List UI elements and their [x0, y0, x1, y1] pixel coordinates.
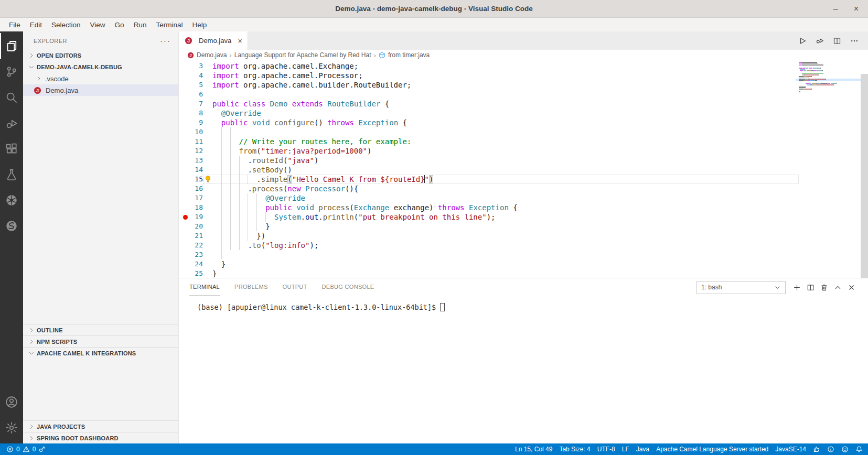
- lightbulb-icon[interactable]: [204, 175, 212, 183]
- glyph-margin[interactable]: [179, 137, 191, 146]
- glyph-margin[interactable]: [179, 203, 191, 212]
- thumbsup-icon[interactable]: [813, 446, 820, 453]
- glyph-margin[interactable]: [179, 165, 191, 175]
- code-line-8[interactable]: 8 @Override: [179, 109, 868, 118]
- minimize-button[interactable]: –: [833, 4, 838, 14]
- code-line-19[interactable]: 19 System.out.println("put breakpoint on…: [179, 212, 868, 222]
- java-projects-section[interactable]: JAVA PROJECTS: [23, 420, 178, 432]
- status-utf-8[interactable]: UTF-8: [597, 446, 615, 453]
- npm-scripts-section[interactable]: NPM SCRIPTS: [23, 335, 178, 347]
- editor-scrollbar[interactable]: [861, 74, 868, 278]
- activity-settings-gear-icon[interactable]: [0, 415, 23, 440]
- code-line-18[interactable]: 18 public void process(Exchange exchange…: [179, 203, 868, 212]
- breadcrumb-file[interactable]: Demo.java: [197, 51, 227, 59]
- run-icon[interactable]: [798, 37, 807, 45]
- breadcrumb-symbol[interactable]: from timer:java: [388, 51, 430, 59]
- activity-test-flask-icon[interactable]: [0, 161, 23, 187]
- status-0[interactable]: 0: [16, 446, 20, 453]
- code-line-15[interactable]: 15 .simple("Hello Camel K from ${routeId…: [179, 175, 868, 184]
- close-window-button[interactable]: ×: [854, 4, 859, 14]
- tree-item-vscode-folder[interactable]: .vscode: [23, 73, 178, 84]
- status-tab-size-4[interactable]: Tab Size: 4: [559, 446, 590, 453]
- terminal[interactable]: (base) [apupier@linux camel-k-client-1.3…: [179, 296, 868, 443]
- panel-tab-output[interactable]: OUTPUT: [283, 278, 307, 296]
- status-apache-camel-language-server-s[interactable]: Apache Camel Language Server started: [656, 446, 768, 453]
- status-java[interactable]: Java: [636, 446, 649, 453]
- glyph-margin[interactable]: [179, 146, 191, 156]
- activity-account-icon[interactable]: [0, 389, 23, 415]
- split-editor-icon[interactable]: [833, 37, 841, 45]
- terminal-picker-dropdown[interactable]: 1: bash: [696, 281, 786, 294]
- code-line-24[interactable]: 24 }: [179, 259, 868, 269]
- spring-boot-dashboard-section[interactable]: SPRING BOOT DASHBOARD: [23, 432, 178, 443]
- new-terminal-icon[interactable]: [793, 284, 801, 291]
- tree-item-demo-java[interactable]: J Demo.java: [23, 84, 178, 96]
- glyph-margin[interactable]: [179, 241, 191, 250]
- glyph-margin[interactable]: [179, 109, 191, 118]
- maximize-panel-icon[interactable]: [834, 284, 842, 291]
- activity-files-icon[interactable]: [0, 33, 23, 59]
- info-icon[interactable]: [827, 446, 834, 453]
- glyph-margin[interactable]: [179, 259, 191, 269]
- status-ln-15-col-49[interactable]: Ln 15, Col 49: [515, 446, 552, 453]
- glyph-margin[interactable]: [179, 175, 191, 184]
- code-line-17[interactable]: 17 @Override: [179, 193, 868, 203]
- menu-item-go[interactable]: Go: [110, 21, 129, 29]
- tab-demo-java[interactable]: J Demo.java ×: [179, 31, 248, 50]
- bell-icon[interactable]: [855, 446, 863, 453]
- open-editors-section[interactable]: OPEN EDITORS: [23, 50, 178, 61]
- glyph-margin[interactable]: [179, 71, 191, 80]
- status-0[interactable]: 0: [33, 446, 36, 453]
- menu-item-run[interactable]: Run: [129, 21, 152, 29]
- code-line-12[interactable]: 12 from("timer:java?period=1000"): [179, 146, 868, 156]
- glyph-margin[interactable]: [179, 80, 191, 90]
- breakpoint-icon[interactable]: [183, 215, 188, 220]
- panel-tab-debug-console[interactable]: DEBUG CONSOLE: [322, 278, 374, 296]
- close-panel-icon[interactable]: [848, 284, 855, 291]
- outline-section[interactable]: OUTLINE: [23, 324, 178, 335]
- code-line-7[interactable]: 7public class Demo extends RouteBuilder …: [179, 99, 868, 109]
- activity-spring-icon[interactable]: [0, 213, 23, 239]
- status-javase-14[interactable]: JavaSE-14: [775, 446, 806, 453]
- code-line-22[interactable]: 22 .to("log:info");: [179, 241, 868, 250]
- camel-k-integrations-section[interactable]: APACHE CAMEL K INTEGRATIONS: [23, 347, 178, 359]
- panel-tab-terminal[interactable]: TERMINAL: [189, 278, 220, 296]
- activity-source-control-icon[interactable]: [0, 59, 23, 84]
- glyph-margin[interactable]: [179, 61, 191, 71]
- glyph-margin[interactable]: [179, 156, 191, 165]
- activity-run-debug-icon[interactable]: [0, 110, 23, 136]
- glyph-margin[interactable]: [179, 127, 191, 137]
- glyph-margin[interactable]: [179, 269, 191, 278]
- camel-debug-icon[interactable]: [38, 446, 46, 453]
- activity-extensions-icon[interactable]: [0, 136, 23, 161]
- glyph-margin[interactable]: [179, 90, 191, 99]
- glyph-margin[interactable]: [179, 212, 191, 222]
- code-line-6[interactable]: 6: [179, 90, 868, 99]
- sidebar-more-actions-button[interactable]: ···: [160, 36, 171, 45]
- code-line-9[interactable]: 9 public void configure() throws Excepti…: [179, 118, 868, 127]
- glyph-margin[interactable]: [179, 193, 191, 203]
- more-actions-icon[interactable]: [850, 37, 859, 45]
- code-line-21[interactable]: 21 }): [179, 231, 868, 241]
- error-icon[interactable]: [6, 446, 14, 453]
- glyph-margin[interactable]: [179, 250, 191, 259]
- status-lf[interactable]: LF: [622, 446, 629, 453]
- glyph-margin[interactable]: [179, 118, 191, 127]
- breadcrumb-extension[interactable]: Language Support for Apache Camel by Red…: [234, 51, 371, 59]
- glyph-margin[interactable]: [179, 99, 191, 109]
- split-terminal-icon[interactable]: [807, 284, 815, 291]
- glyph-margin[interactable]: [179, 184, 191, 193]
- warning-icon[interactable]: [23, 446, 30, 453]
- code-line-14[interactable]: 14 .setBody(): [179, 165, 868, 175]
- menu-item-terminal[interactable]: Terminal: [151, 21, 187, 29]
- code-line-11[interactable]: 11 // Write your routes here, for exampl…: [179, 137, 868, 146]
- glyph-margin[interactable]: [179, 222, 191, 231]
- code-line-25[interactable]: 25}: [179, 269, 868, 278]
- code-line-23[interactable]: 23: [179, 250, 868, 259]
- close-tab-icon[interactable]: ×: [238, 36, 242, 45]
- menu-item-view[interactable]: View: [85, 21, 110, 29]
- code-line-16[interactable]: 16 .process(new Processor(){: [179, 184, 868, 193]
- code-line-4[interactable]: 4import org.apache.camel.Processor;: [179, 71, 868, 80]
- kill-terminal-icon[interactable]: [820, 284, 828, 291]
- menu-item-selection[interactable]: Selection: [47, 21, 85, 29]
